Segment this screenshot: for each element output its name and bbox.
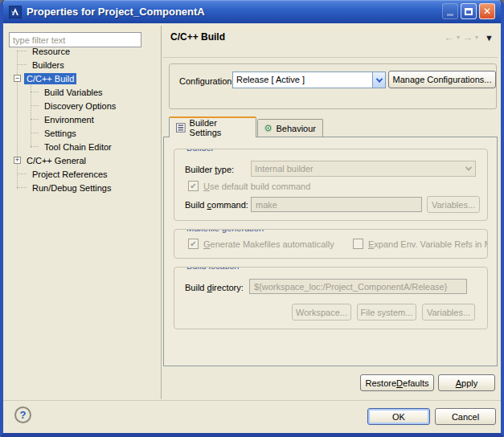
- tree-item-label[interactable]: Resource: [30, 46, 72, 57]
- behaviour-icon: [264, 123, 272, 133]
- close-button[interactable]: ✕: [479, 3, 495, 19]
- header-separator: [163, 57, 498, 58]
- minimize-button: [442, 3, 458, 19]
- apply-button[interactable]: Apply: [438, 374, 495, 391]
- chevron-down-icon[interactable]: [372, 72, 385, 88]
- sidebar-item-builders[interactable]: Builders: [3, 58, 160, 71]
- tree-item-label[interactable]: C/C++ Build: [24, 73, 76, 84]
- tree-connector: [31, 146, 39, 147]
- build-command-label: Build command:: [185, 200, 248, 210]
- history-navigation: ← ▾ → ▾ ▼: [444, 31, 494, 43]
- window-icon: [9, 6, 22, 18]
- sidebar-item-c-c-build[interactable]: −C/C++ Build: [3, 71, 160, 85]
- builder-settings-icon: [176, 123, 186, 133]
- tree-item-label[interactable]: Project References: [30, 169, 110, 180]
- chevron-down-icon: [462, 161, 475, 176]
- tree-item-label[interactable]: Run/Debug Settings: [30, 182, 113, 194]
- properties-tree: ResourceBuilders−C/C++ BuildBuild Variab…: [3, 44, 160, 194]
- sidebar-item-resource[interactable]: Resource: [3, 44, 160, 58]
- page-title: C/C++ Build: [170, 31, 225, 43]
- sidebar-item-build-variables[interactable]: Build Variables: [3, 85, 160, 99]
- tree-item-label[interactable]: Tool Chain Editor: [42, 141, 114, 153]
- generate-makefiles-label: Generate Makefiles automatically: [203, 239, 334, 249]
- back-dropdown-icon: ▾: [457, 34, 460, 41]
- sidebar-item-settings[interactable]: Settings: [3, 126, 160, 140]
- builder-settings-panel: Builder Builder type: Internal builder ✔…: [163, 137, 498, 366]
- build-directory-field: ${workspace_loc:/Project_ComponentA/Rele…: [249, 279, 467, 294]
- expand-env-variable-refs-label: Expand Env. Variable Refs in M: [368, 239, 488, 249]
- tree-connector: [17, 174, 27, 174]
- builder-type-select: Internal builder: [251, 161, 476, 177]
- tree-item-label[interactable]: C/C++ General: [24, 155, 88, 166]
- generate-makefiles-checkbox: ✔: [188, 239, 199, 249]
- builder-group-title: Builder: [183, 149, 217, 153]
- configuration-selected-value: Release [ Active ]: [233, 72, 372, 88]
- configuration-group: Configuration: Release [ Active ] Manage…: [169, 63, 497, 109]
- ok-button[interactable]: OK: [367, 408, 430, 425]
- tree-connector: [31, 133, 39, 133]
- configuration-select[interactable]: Release [ Active ]: [232, 71, 386, 88]
- forward-dropdown-icon: ▾: [475, 34, 478, 41]
- tree-item-label[interactable]: Environment: [42, 114, 96, 125]
- tree-connector: [17, 64, 27, 65]
- window-title: Properties for Project_ComponentA: [27, 6, 205, 18]
- variables-button: Variables...: [427, 196, 480, 213]
- panel-divider: [161, 26, 162, 399]
- use-default-build-command-label: Use default build command: [203, 182, 310, 191]
- maximize-button[interactable]: [461, 3, 477, 19]
- tree-item-label[interactable]: Build Variables: [42, 87, 105, 98]
- expand-icon[interactable]: +: [14, 157, 21, 164]
- builder-group: Builder Builder type: Internal builder ✔…: [174, 149, 488, 221]
- sidebar-item-c-c-general[interactable]: +C/C++ General: [3, 153, 160, 167]
- builder-type-value: Internal builder: [252, 161, 462, 176]
- help-button[interactable]: ?: [14, 406, 31, 423]
- tree-connector: [31, 105, 39, 106]
- tab-builder-settings[interactable]: Builder Settings: [169, 116, 256, 137]
- window-controls: ✕: [442, 3, 495, 19]
- tree-item-label[interactable]: Discovery Options: [42, 100, 118, 112]
- variables-button: Variables...: [422, 304, 475, 321]
- view-menu-icon[interactable]: ▼: [485, 33, 494, 43]
- tab-label: Behaviour: [276, 124, 316, 133]
- tree-connector: [17, 187, 27, 188]
- tab-label: Builder Settings: [190, 118, 249, 137]
- footer-separator: [3, 400, 501, 401]
- tree-connector: [31, 92, 39, 92]
- restore-defaults-button[interactable]: Restore Defaults: [360, 374, 434, 391]
- tree-connector: [31, 119, 39, 120]
- sidebar-item-environment[interactable]: Environment: [3, 112, 160, 126]
- tree-item-label[interactable]: Settings: [42, 128, 79, 139]
- cancel-button[interactable]: Cancel: [435, 408, 496, 425]
- file-system-button: File system...: [357, 304, 416, 321]
- collapse-icon[interactable]: −: [14, 75, 21, 82]
- forward-icon: →: [462, 31, 473, 43]
- tree-connector: [17, 51, 27, 51]
- sidebar-item-run-debug-settings[interactable]: Run/Debug Settings: [3, 181, 160, 194]
- properties-dialog: Properties for Project_ComponentA ✕ Reso…: [0, 0, 504, 437]
- build-location-group-title: Build location: [183, 267, 242, 271]
- manage-configurations-button[interactable]: Manage Configurations...: [388, 71, 496, 88]
- build-command-field: make: [251, 197, 422, 212]
- builder-type-label: Builder type:: [185, 165, 234, 174]
- configuration-label: Configuration:: [179, 76, 235, 86]
- makefile-generation-group-title: Makefile generation: [183, 229, 267, 233]
- makefile-generation-group: Makefile generation ✔ Generate Makefiles…: [174, 229, 488, 259]
- sidebar-item-project-references[interactable]: Project References: [3, 167, 160, 181]
- back-icon: ←: [444, 31, 454, 43]
- use-default-build-command-checkbox: ✔: [188, 181, 199, 191]
- workspace-button: Workspace...: [292, 304, 351, 321]
- title-bar: Properties for Project_ComponentA ✕: [3, 0, 501, 23]
- sidebar-item-discovery-options[interactable]: Discovery Options: [3, 99, 160, 112]
- build-location-group: Build location Build directory: ${worksp…: [174, 267, 488, 329]
- tree-item-label[interactable]: Builders: [30, 59, 67, 71]
- build-directory-label: Build directory:: [185, 283, 244, 292]
- expand-env-variable-refs-checkbox: [353, 239, 363, 249]
- tab-behaviour[interactable]: Behaviour: [257, 119, 323, 137]
- sidebar-item-tool-chain-editor[interactable]: Tool Chain Editor: [3, 140, 160, 153]
